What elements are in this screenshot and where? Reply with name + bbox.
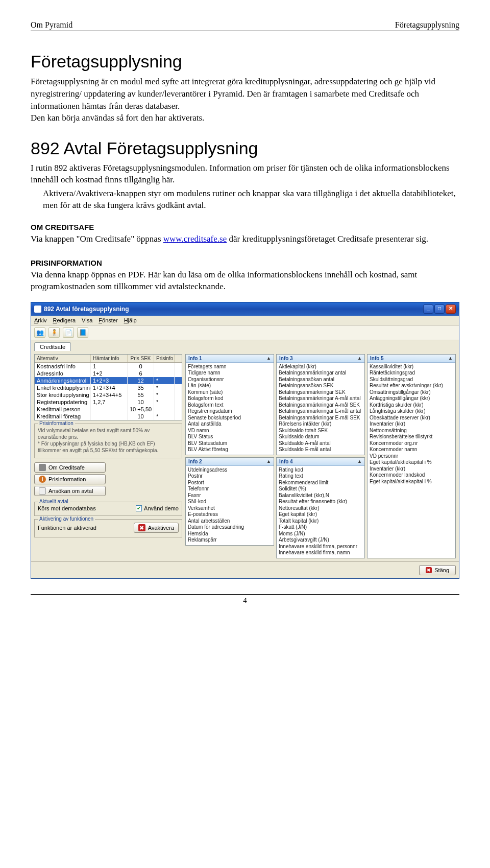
menu-redigera[interactable]: Redigera <box>53 317 76 323</box>
minimize-button[interactable]: _ <box>423 304 433 314</box>
list-item: E-postadress <box>188 511 272 518</box>
intro-paragraph: Företagsupplysning är en modul med syfte… <box>31 76 459 124</box>
list-item: Kortfristiga skulder (kkr) <box>370 402 453 409</box>
list-item: BLV Status <box>188 434 272 440</box>
cancel-icon: ✖ <box>138 524 145 531</box>
header-left: Om Pyramid <box>31 20 72 30</box>
avaktivera-button[interactable]: ✖ Avaktivera <box>134 523 179 533</box>
list-item: Kommun (säte) <box>188 389 272 396</box>
list-item: Balanslikviditet (kkr),N <box>279 492 362 499</box>
list-item: SNI-kod <box>188 499 272 505</box>
table-row[interactable]: Kostnadsfri info10 <box>35 363 182 370</box>
header-right: Företagsupplysning <box>395 20 459 30</box>
aktivering-fieldset: Aktivering av funktionen Funktionen är a… <box>34 519 182 537</box>
table-row[interactable]: Registeruppdatering1,2,710* <box>35 398 182 406</box>
toolbar-icon-4[interactable]: 📘 <box>77 327 88 338</box>
menu-visa[interactable]: Visa <box>82 317 92 323</box>
list-item: Moms (J/N) <box>279 531 362 537</box>
tabstrip: Creditsafe <box>31 340 459 351</box>
list-item: VD namn <box>188 428 272 434</box>
section-892-intro: I rutin 892 aktiveras Företagsupplysning… <box>31 162 459 186</box>
close-button[interactable]: ✕ <box>446 304 456 314</box>
list-item: Skuldsättningsgrad <box>370 377 453 383</box>
aktuellt-avtal-fieldset: Aktuellt avtal Körs mot demodatabas ✔Anv… <box>34 502 182 516</box>
table-row[interactable]: Adressinfo1+26 <box>35 370 182 377</box>
content-area: Alternativ Hämtar info Pris SEK Prisinfo… <box>31 351 459 561</box>
document-header: Om Pyramid Företagsupplysning <box>31 20 459 31</box>
list-item: Postnr <box>188 473 272 480</box>
list-item: Totalt kapital (kkr) <box>279 518 362 525</box>
table-row[interactable]: Kreditmall företag10* <box>35 413 182 420</box>
list-item: Kassalikviditet (kkr) <box>370 364 453 370</box>
subhead-prisinformation: PRISINFORMATION <box>31 259 459 267</box>
list-item: Resultat efter avskrivningar (kkr) <box>370 383 453 389</box>
info2-box: Info 2▲ UtdelningsadressPostnrPostortTel… <box>185 457 274 546</box>
list-item: Inventarier (kkr) <box>370 421 453 428</box>
aktivering-text: Funktionen är aktiverad <box>38 525 96 531</box>
table-row[interactable]: Enkel kreditupplysning1+2+3+435* <box>35 384 182 391</box>
prisinformation-text: Via denna knapp öppnas en PDF. Här kan d… <box>31 269 459 293</box>
creditsafe-link[interactable]: www.creditsafe.se <box>163 234 227 244</box>
list-item: Obeskattade reserver (kkr) <box>370 415 453 421</box>
scroll-icon[interactable]: ▲ <box>357 459 362 464</box>
list-item: Koncernmoder org.nr <box>370 440 453 447</box>
section-892-title: 892 Avtal Företagsupplysning <box>31 138 459 158</box>
info3-box: Info 3▲ Aktiekapital (kkr)Betalningsanmä… <box>276 354 365 455</box>
list-item: Organisationsnr <box>188 377 272 383</box>
list-item: Skuldsaldo totalt SEK <box>279 428 362 434</box>
table-row[interactable]: Kreditmall person10 +5,50 <box>35 406 182 413</box>
list-item: F-skatt (J/N) <box>279 524 362 531</box>
menu-arkiv[interactable]: Arkiv <box>34 317 46 323</box>
window-title: 892 Avtal företagsupplysning <box>44 306 129 313</box>
info1-box: Info 1▲ Företagets namnTidigare namnOrga… <box>185 354 274 455</box>
list-item: Nettoresultat (kkr) <box>279 505 362 512</box>
close-icon: ✖ <box>426 567 432 573</box>
list-item: Omsättningstillgångar (kkr) <box>370 389 453 396</box>
ansokan-button[interactable]: Ansökan om avtal <box>34 486 106 496</box>
info5-box: Info 5▲ Kassalikviditet (kkr)Räntetäckni… <box>367 354 456 558</box>
toolbar-icon-3[interactable]: 📄 <box>63 327 74 338</box>
toolbar-icon-2[interactable]: 🧍 <box>48 327 60 338</box>
scroll-icon[interactable]: ▲ <box>266 356 271 361</box>
prisinformation-button[interactable]: iPrisinformation <box>34 474 106 484</box>
list-item: Soliditet (%) <box>279 486 362 492</box>
scroll-icon[interactable]: ▲ <box>266 459 271 464</box>
scroll-icon[interactable]: ▲ <box>448 356 453 361</box>
list-item: Koncernmoder namn <box>370 447 453 453</box>
page-footer: 4 <box>31 594 459 605</box>
list-item: Eget kapital/aktiekapital i % <box>370 479 453 485</box>
scroll-icon[interactable]: ▲ <box>357 356 362 361</box>
table-row[interactable]: Anmärkningskontroll1+2+312* <box>35 377 182 384</box>
bottom-bar: ✖ Stäng <box>31 561 459 578</box>
list-item: Koncernmoder landskod <box>370 472 453 479</box>
stang-button[interactable]: ✖ Stäng <box>419 565 456 575</box>
toolbar-icon-1[interactable]: 👥 <box>34 327 45 338</box>
list-item: Antal arbetsställen <box>188 518 272 525</box>
info-icon: i <box>39 476 46 483</box>
titlebar: 892 Avtal företagsupplysning _ □ ✕ <box>31 302 459 316</box>
list-item: Län (säte) <box>188 383 272 389</box>
menu-fonster[interactable]: Fönster <box>99 317 117 323</box>
list-item: Bolagsform kod <box>188 395 272 402</box>
list-item: Eget kapital/aktiekapital i % <box>370 459 453 466</box>
list-item: Betalningsanmärkningar SEK <box>279 389 362 396</box>
list-item: Revisionsberättelse tillstyrkt <box>370 434 453 440</box>
list-item: Betalningsanmärkningar A-mål antal <box>279 395 362 402</box>
anvand-demo-checkbox[interactable]: ✔Använd demo <box>136 505 179 511</box>
table-row[interactable]: Stor kreditupplysning1+2+3+4+555* <box>35 391 182 398</box>
list-item: Postort <box>188 480 272 486</box>
list-item: Tidigare namn <box>188 370 272 377</box>
embedded-screenshot: 892 Avtal företagsupplysning _ □ ✕ Arkiv… <box>31 302 459 579</box>
om-creditsafe-button[interactable]: Om Creditsafe <box>34 462 106 473</box>
list-item: Arbetsgivaravgift (J/N) <box>279 537 362 544</box>
list-item: Rating kod <box>279 467 362 474</box>
tab-creditsafe[interactable]: Creditsafe <box>34 342 71 351</box>
page-title: Företagsupplysning <box>31 52 459 72</box>
list-item: Företagets namn <box>188 364 272 370</box>
menu-hjalp[interactable]: Hjälp <box>124 317 137 323</box>
list-item: Senaste bokslutsperiod <box>188 415 272 421</box>
list-item: BLV Aktivt företag <box>188 447 272 453</box>
list-item: Anläggningstillgångar (kkr) <box>370 395 453 402</box>
list-item: Faxnr <box>188 492 272 499</box>
maximize-button[interactable]: □ <box>434 304 445 314</box>
